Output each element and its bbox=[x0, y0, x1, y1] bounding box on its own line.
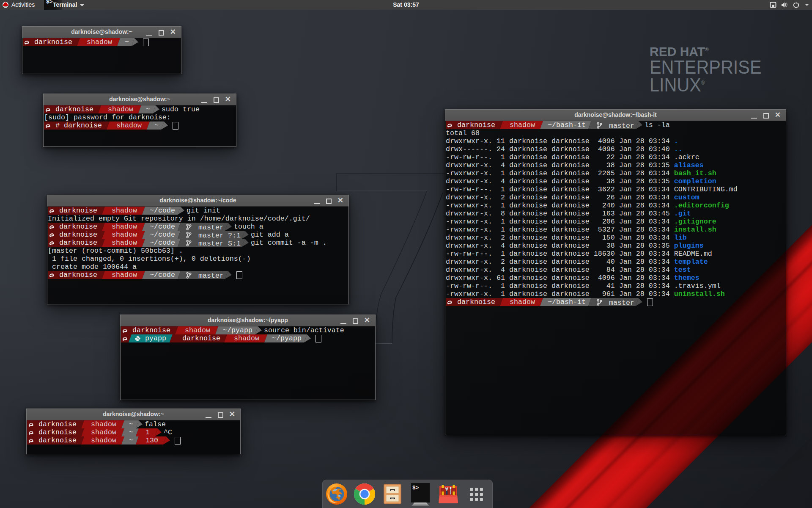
svg-text:$>: $> bbox=[412, 485, 419, 491]
